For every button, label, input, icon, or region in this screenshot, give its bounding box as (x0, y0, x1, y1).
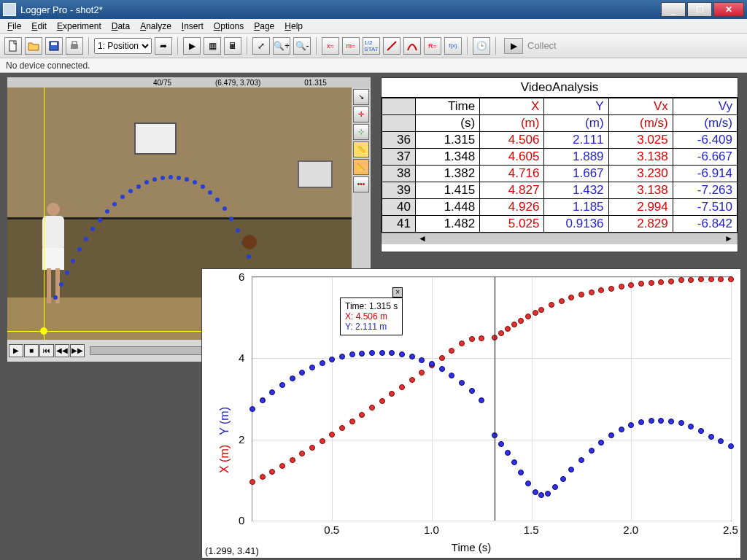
data-point[interactable] (320, 360, 325, 366)
examine-icon[interactable]: x= (322, 37, 339, 55)
data-point[interactable] (619, 427, 624, 432)
play-icon[interactable]: ▶ (9, 344, 23, 357)
data-point[interactable] (638, 419, 644, 425)
data-point[interactable] (279, 463, 285, 469)
data-point[interactable] (525, 481, 531, 486)
data-point[interactable] (359, 412, 365, 418)
table-row[interactable]: 361.3154.5062.1113.025-6.409 (382, 132, 738, 149)
data-point[interactable] (545, 491, 551, 497)
x-axis-label[interactable]: Time (s) (452, 541, 491, 553)
graph-pane[interactable]: ×Time: 1.315 sX: 4.506 mY: 2.111 m X (m)… (201, 268, 741, 559)
data-point[interactable] (589, 448, 595, 454)
data-point[interactable] (299, 370, 305, 376)
zoom-in-icon[interactable]: 🔍+ (273, 37, 290, 55)
data-point[interactable] (449, 373, 454, 378)
new-file-icon[interactable] (4, 37, 22, 55)
examine-tooltip[interactable]: ×Time: 1.315 sX: 4.506 mY: 2.111 m (340, 298, 403, 335)
data-point[interactable] (290, 376, 295, 381)
data-point[interactable] (628, 282, 634, 288)
close-button[interactable]: ✕ (713, 2, 744, 17)
menu-experiment[interactable]: Experiment (53, 20, 106, 33)
data-point[interactable] (608, 432, 614, 438)
table-h-scrollbar[interactable]: ◄► (382, 233, 738, 244)
data-point[interactable] (578, 457, 584, 463)
data-point[interactable] (369, 405, 375, 411)
table-row[interactable]: 391.4154.8271.4323.138-7.263 (382, 182, 738, 199)
y-axis-label-y[interactable]: Y (m) (218, 407, 231, 435)
regression-icon[interactable]: R= (424, 37, 441, 55)
set-scale-tool-icon[interactable]: 📏 (353, 141, 369, 158)
data-point[interactable] (649, 280, 654, 286)
data-point[interactable] (728, 443, 734, 449)
data-point[interactable] (320, 438, 325, 444)
maximize-button[interactable]: ☐ (687, 2, 712, 17)
menu-data[interactable]: Data (107, 20, 134, 33)
toggle-trail-icon[interactable]: ••• (353, 176, 369, 192)
data-point[interactable] (329, 432, 335, 438)
col-Vx[interactable]: Vx (608, 98, 673, 115)
data-point[interactable] (668, 279, 674, 284)
tooltip-close-icon[interactable]: × (392, 287, 403, 298)
table-row[interactable]: 371.3484.6051.8893.138-6.667 (382, 149, 738, 166)
data-point[interactable] (469, 388, 475, 394)
data-point[interactable] (279, 382, 285, 388)
data-point[interactable] (459, 341, 465, 346)
data-point[interactable] (728, 276, 734, 282)
data-point[interactable] (369, 350, 375, 356)
select-tool-icon[interactable]: ↘ (353, 89, 369, 105)
data-point[interactable] (399, 384, 405, 390)
data-point[interactable] (559, 298, 565, 304)
data-point[interactable] (668, 419, 674, 424)
plot-area[interactable]: ×Time: 1.315 sX: 4.506 mY: 2.111 m (252, 276, 732, 521)
data-point[interactable] (511, 322, 517, 327)
menu-file[interactable]: File (3, 20, 26, 33)
data-point[interactable] (260, 474, 266, 480)
data-point[interactable] (698, 428, 704, 434)
data-point[interactable] (608, 286, 614, 292)
data-point[interactable] (349, 351, 355, 357)
calc-icon[interactable]: 🖩 (224, 37, 241, 55)
zoom-out-icon[interactable]: 🔍- (293, 37, 311, 55)
data-point[interactable] (359, 351, 365, 357)
data-point[interactable] (688, 424, 694, 429)
data-point[interactable] (638, 281, 644, 287)
data-point[interactable] (389, 350, 395, 356)
data-point[interactable] (678, 420, 684, 426)
data-point[interactable] (549, 302, 554, 308)
data-table[interactable]: TimeXYVxVy(s)(m)(m)(m/s)(m/s)361.3154.50… (382, 98, 738, 233)
data-point[interactable] (538, 492, 544, 498)
y-axis-label-x[interactable]: X (m) (218, 445, 231, 473)
table-icon[interactable]: ▦ (204, 37, 221, 55)
data-point[interactable] (649, 418, 654, 424)
data-point[interactable] (379, 398, 385, 404)
data-point[interactable] (619, 284, 624, 289)
data-point[interactable] (598, 287, 604, 293)
data-point[interactable] (598, 440, 604, 446)
data-point[interactable] (628, 422, 634, 428)
data-point[interactable] (533, 310, 538, 316)
menu-page[interactable]: Page (249, 20, 279, 33)
data-point[interactable] (309, 445, 315, 451)
menu-help[interactable]: Help (280, 20, 307, 33)
data-point[interactable] (498, 441, 504, 447)
origin-marker[interactable] (40, 327, 47, 335)
data-point[interactable] (249, 479, 255, 485)
data-point[interactable] (589, 289, 595, 295)
data-point[interactable] (409, 354, 415, 359)
table-row[interactable]: 411.4825.0250.91362.829-6.842 (382, 216, 738, 233)
data-point[interactable] (249, 406, 255, 412)
data-point[interactable] (678, 277, 684, 283)
data-collect-icon[interactable]: ▶ (183, 37, 201, 55)
data-point[interactable] (498, 330, 504, 336)
minimize-button[interactable]: _ (661, 2, 686, 17)
col-X[interactable]: X (480, 98, 544, 115)
linear-fit-icon[interactable] (383, 37, 400, 55)
data-point[interactable] (269, 389, 275, 395)
menu-edit[interactable]: Edit (27, 20, 51, 33)
table-row[interactable]: 381.3824.7161.6673.230-6.914 (382, 166, 738, 182)
col-Vy[interactable]: Vy (673, 98, 737, 115)
page-nav-icon[interactable]: ➦ (155, 37, 172, 55)
data-point[interactable] (409, 377, 415, 383)
data-point[interactable] (389, 391, 395, 397)
data-point[interactable] (449, 348, 454, 354)
